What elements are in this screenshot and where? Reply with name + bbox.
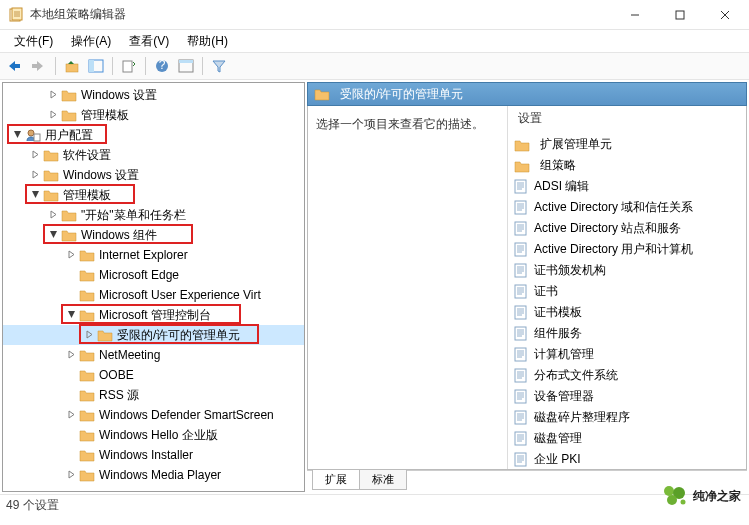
- folder-icon: [79, 408, 99, 422]
- tree-item[interactable]: Windows Installer: [3, 445, 304, 465]
- svg-rect-18: [515, 285, 526, 298]
- tree-item-label: Internet Explorer: [99, 248, 188, 262]
- list-item[interactable]: 磁盘管理: [508, 428, 746, 449]
- list-item[interactable]: ADSI 编辑: [508, 176, 746, 197]
- list-item[interactable]: 组策略: [508, 155, 746, 176]
- menu-help[interactable]: 帮助(H): [179, 31, 236, 52]
- show-hide-tree-button[interactable]: [85, 55, 107, 77]
- tree-item-label: Windows Media Player: [99, 468, 221, 482]
- svg-rect-22: [515, 369, 526, 382]
- svg-text:?: ?: [159, 59, 166, 72]
- list-item[interactable]: Active Directory 用户和计算机: [508, 239, 746, 260]
- menu-action[interactable]: 操作(A): [63, 31, 119, 52]
- collapse-icon[interactable]: [63, 310, 79, 321]
- expand-icon[interactable]: [81, 330, 97, 341]
- tree-item[interactable]: 用户配置: [3, 125, 304, 145]
- maximize-button[interactable]: [657, 1, 702, 29]
- tree-item[interactable]: OOBE: [3, 365, 304, 385]
- settings-header[interactable]: 设置: [508, 106, 746, 134]
- statusbar: 49 个设置: [0, 494, 749, 516]
- list-item-label: 分布式文件系统: [534, 367, 618, 384]
- tree-item[interactable]: Microsoft Edge: [3, 265, 304, 285]
- expand-icon[interactable]: [45, 210, 61, 221]
- list-item-label: 组件服务: [534, 325, 582, 342]
- folder-icon: [79, 388, 99, 402]
- svg-rect-25: [515, 432, 526, 445]
- setting-icon: [514, 347, 528, 362]
- folder-icon: [61, 228, 81, 242]
- tree-item-label: 受限的/许可的管理单元: [117, 327, 240, 344]
- tree-item-label: 软件设置: [63, 147, 111, 164]
- list-item[interactable]: Active Directory 域和信任关系: [508, 197, 746, 218]
- expand-icon[interactable]: [63, 470, 79, 481]
- tree-item[interactable]: 管理模板: [3, 185, 304, 205]
- tree-item[interactable]: 软件设置: [3, 145, 304, 165]
- tree-item[interactable]: Windows 组件: [3, 225, 304, 245]
- collapse-icon[interactable]: [9, 130, 25, 141]
- list-item[interactable]: 证书颁发机构: [508, 260, 746, 281]
- folder-icon: [61, 208, 81, 222]
- back-button[interactable]: [4, 55, 26, 77]
- list-item[interactable]: 设备管理器: [508, 386, 746, 407]
- svg-rect-26: [515, 453, 526, 466]
- expand-icon[interactable]: [63, 410, 79, 421]
- list-item[interactable]: Active Directory 站点和服务: [508, 218, 746, 239]
- list-item[interactable]: 组件服务: [508, 323, 746, 344]
- tree-item[interactable]: Windows 设置: [3, 85, 304, 105]
- forward-button[interactable]: [28, 55, 50, 77]
- tree-item[interactable]: 管理模板: [3, 105, 304, 125]
- collapse-icon[interactable]: [27, 190, 43, 201]
- tree-item-label: 用户配置: [45, 127, 93, 144]
- tree-item[interactable]: 受限的/许可的管理单元: [3, 325, 304, 345]
- tree-item[interactable]: "开始"菜单和任务栏: [3, 205, 304, 225]
- list-item[interactable]: 证书: [508, 281, 746, 302]
- list-item[interactable]: 分布式文件系统: [508, 365, 746, 386]
- svg-point-11: [28, 130, 34, 136]
- tree-item[interactable]: Internet Explorer: [3, 245, 304, 265]
- expand-icon[interactable]: [45, 110, 61, 121]
- expand-icon[interactable]: [63, 350, 79, 361]
- list-item[interactable]: 磁盘碎片整理程序: [508, 407, 746, 428]
- list-item-label: 证书颁发机构: [534, 262, 606, 279]
- list-item[interactable]: 计算机管理: [508, 344, 746, 365]
- close-button[interactable]: [702, 1, 747, 29]
- collapse-icon[interactable]: [45, 230, 61, 241]
- separator: [112, 57, 113, 75]
- expand-icon[interactable]: [27, 150, 43, 161]
- description-text: 选择一个项目来查看它的描述。: [316, 116, 499, 133]
- list-item[interactable]: 证书模板: [508, 302, 746, 323]
- up-button[interactable]: [61, 55, 83, 77]
- app-icon: [8, 7, 24, 23]
- tab-standard[interactable]: 标准: [359, 470, 407, 490]
- svg-point-27: [664, 486, 674, 496]
- export-button[interactable]: [118, 55, 140, 77]
- list-item-label: Active Directory 用户和计算机: [534, 241, 693, 258]
- folder-icon: [79, 428, 99, 442]
- tree-item[interactable]: RSS 源: [3, 385, 304, 405]
- help-button[interactable]: ?: [151, 55, 173, 77]
- tree-pane[interactable]: Windows 设置管理模板用户配置软件设置Windows 设置管理模板"开始"…: [2, 82, 305, 492]
- tree-item-label: Windows Defender SmartScreen: [99, 408, 274, 422]
- tree-item[interactable]: Windows Hello 企业版: [3, 425, 304, 445]
- menu-file[interactable]: 文件(F): [6, 31, 61, 52]
- expand-icon[interactable]: [63, 250, 79, 261]
- tree-item[interactable]: NetMeeting: [3, 345, 304, 365]
- setting-icon: [514, 368, 528, 383]
- properties-button[interactable]: [175, 55, 197, 77]
- tree-item[interactable]: Microsoft 管理控制台: [3, 305, 304, 325]
- minimize-button[interactable]: [612, 1, 657, 29]
- expand-icon[interactable]: [45, 90, 61, 101]
- setting-icon: [514, 242, 528, 257]
- settings-list[interactable]: 设置 扩展管理单元组策略ADSI 编辑Active Directory 域和信任…: [508, 106, 746, 469]
- filter-button[interactable]: [208, 55, 230, 77]
- tab-extended[interactable]: 扩展: [312, 470, 360, 490]
- tree-item[interactable]: Windows Media Player: [3, 465, 304, 485]
- expand-icon[interactable]: [27, 170, 43, 181]
- list-item[interactable]: 扩展管理单元: [508, 134, 746, 155]
- tree-item[interactable]: Microsoft User Experience Virt: [3, 285, 304, 305]
- tree-item[interactable]: Windows 设置: [3, 165, 304, 185]
- separator: [55, 57, 56, 75]
- menu-view[interactable]: 查看(V): [121, 31, 177, 52]
- tree-item[interactable]: Windows Defender SmartScreen: [3, 405, 304, 425]
- list-item[interactable]: 企业 PKI: [508, 449, 746, 469]
